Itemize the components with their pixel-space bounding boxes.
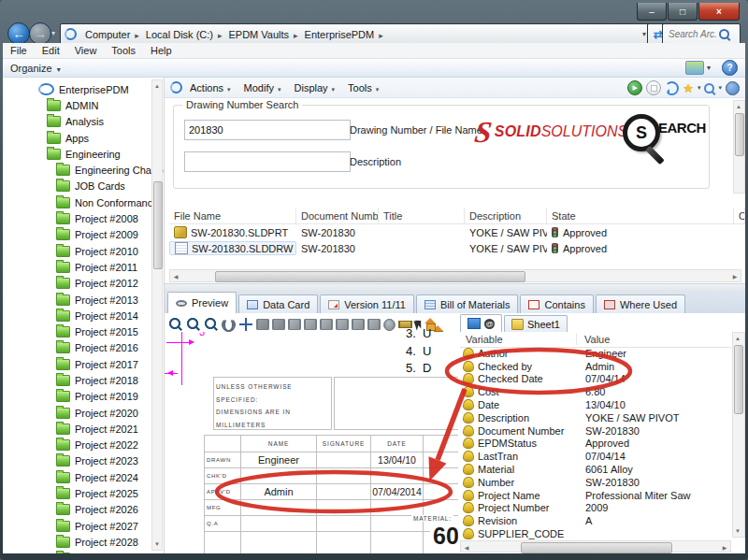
column-header[interactable]: Title [379,208,465,223]
variable-row[interactable]: Revision A [460,514,731,527]
toolbar-menu[interactable]: Display [295,82,336,93]
view-isometric-icon[interactable] [383,319,396,331]
toolbar-menu[interactable]: Tools [348,82,379,93]
favorites-icon[interactable]: ★ [683,82,694,94]
file-list-hscrollbar[interactable]: ◀ ▶ [169,269,741,282]
tree-item[interactable]: Project #2017 [3,356,164,372]
tree-item[interactable]: Project #2011 [3,259,164,275]
variable-row[interactable]: Material 6061 Alloy [460,463,731,476]
detail-tab[interactable]: Preview [167,292,237,313]
scroll-thumb[interactable] [215,271,525,282]
view-right-icon[interactable] [336,319,349,330]
scroll-thumb[interactable] [521,542,672,553]
tree-item[interactable]: Project #2018 [3,372,164,388]
variable-row[interactable]: Checked Date 07/04/14 [460,373,731,386]
shaded-icon[interactable] [256,319,269,330]
tree-item[interactable]: Project #2024 [3,469,164,485]
view-bottom-icon[interactable] [367,319,381,330]
scroll-left-arrow[interactable]: ◀ [170,270,181,281]
maximize-button[interactable]: □ [668,3,698,21]
variables-tab[interactable]: @ [460,314,502,332]
breadcrumb-item[interactable]: EnterprisePDM [304,29,389,40]
scroll-up-arrow[interactable]: ▲ [733,333,742,344]
address-bar[interactable]: ComputerLocal Disk (C:)EPDM VaultsEnterp… [60,23,653,45]
tree-item[interactable]: Project #2014 [3,308,164,323]
search-tools-icon[interactable] [704,83,714,93]
scroll-left-arrow[interactable]: ◀ [461,541,472,553]
drawing-number-input[interactable] [184,120,351,140]
tree-item[interactable]: Project #2026 [3,502,164,518]
variable-row[interactable]: Date 13/04/10 [460,398,731,411]
view-left-icon[interactable] [320,319,333,330]
tree-item[interactable]: Project #2029 [3,551,164,553]
rotate-icon[interactable] [222,318,236,332]
variable-row[interactable]: Checked by Admin [460,360,731,373]
tree-item[interactable]: Apps [3,130,164,146]
favorites-caret[interactable]: ▾ [698,84,701,92]
recent-pages-caret[interactable]: ▾ [51,29,55,37]
scroll-up-arrow[interactable]: ▲ [152,80,162,92]
tree-item[interactable]: Project #2022 [3,438,164,453]
search-input[interactable] [667,28,719,40]
toolbar-menu[interactable]: Modify [244,82,281,93]
column-header[interactable]: C [734,208,745,223]
tree-item[interactable]: Project #2028 [3,534,164,550]
explorer-search-box[interactable] [662,23,741,45]
tree-item[interactable]: Non Conformance [3,194,164,210]
menu-item[interactable]: File [10,45,27,56]
description-input[interactable] [184,151,351,172]
pan-icon[interactable] [238,317,253,332]
refresh-view-icon[interactable] [665,81,679,95]
tree-item[interactable]: Project #2027 [3,518,164,534]
tree-scrollbar[interactable]: ▲ ▼ [151,79,163,551]
SW-201830.SLDPRT[interactable]: SW-201830.SLDPRT SW-201830 YOKE / SAW PI… [169,224,745,240]
go-icon[interactable]: ▶ [627,80,642,95]
variable-column-header[interactable]: Variable [460,334,577,345]
close-button[interactable]: × [698,3,740,21]
tree-item[interactable]: Project #2016 [3,340,164,356]
menu-item[interactable]: Tools [111,45,136,56]
organize-button[interactable]: Organize [10,63,61,74]
view-top-icon[interactable] [352,319,365,330]
detail-tab[interactable]: Contains [520,294,593,313]
change-view-caret[interactable]: ▾ [707,64,711,72]
SW-201830.SLDDRW[interactable]: SW-201830.SLDDRW SW-201830 YOKE / SAW PI… [169,240,745,256]
detail-tab[interactable]: Where Used [596,294,685,313]
help-icon[interactable]: ? [722,60,738,76]
tree-item[interactable]: Project #2021 [3,421,164,437]
zoom-in-icon[interactable] [168,317,183,332]
tree-item[interactable]: Engineering [3,146,164,162]
variable-row[interactable]: Number SW-201830 [460,476,731,489]
view-back-icon[interactable] [304,319,317,330]
tree-item[interactable]: Analysis [3,114,164,130]
column-header[interactable]: Document Number [296,208,379,223]
variables-vscrollbar[interactable]: ▲ ▼ [732,332,745,538]
tree-item[interactable]: ADMIN [3,97,164,113]
column-header[interactable]: State [547,208,734,223]
tree-item[interactable]: Project #2015 [3,323,164,339]
tree-item[interactable]: Project #2025 [3,485,164,501]
variable-row[interactable]: LastTran 07/04/14 [460,450,731,463]
tree-item[interactable]: Project #2013 [3,292,164,308]
column-header[interactable]: File Name [169,208,296,223]
variable-row[interactable]: Project Number 2009 [460,502,731,515]
variable-row[interactable]: Document Number SW-201830 [460,424,731,438]
search-tools-caret[interactable]: ▾ [718,84,722,92]
sheet-tab[interactable]: Sheet1 [504,315,568,332]
variable-row[interactable]: Description YOKE / SAW PIVOT [460,411,731,424]
variable-row[interactable]: Project Name Professional Miter Saw [460,489,731,502]
variables-hscrollbar[interactable]: ◀ ▶ [460,540,731,553]
shaded-edges-icon[interactable] [272,319,285,330]
variable-row[interactable]: EPDMStatus Approved [460,438,731,451]
tree-item[interactable]: Project #2019 [3,389,164,405]
detail-tab[interactable]: Bill of Materials [416,294,519,313]
variable-row[interactable]: Author Engineer [460,347,731,360]
view-front-icon[interactable] [288,319,301,330]
breadcrumb-item[interactable]: EPDM Vaults [227,29,303,40]
change-view-icon[interactable] [685,61,704,75]
scroll-up-arrow[interactable]: ▲ [734,101,743,112]
minimize-button[interactable]: – [637,3,667,21]
stop-icon[interactable] [646,80,661,95]
menu-item[interactable]: Help [151,45,172,56]
value-column-header[interactable]: Value [577,334,610,345]
